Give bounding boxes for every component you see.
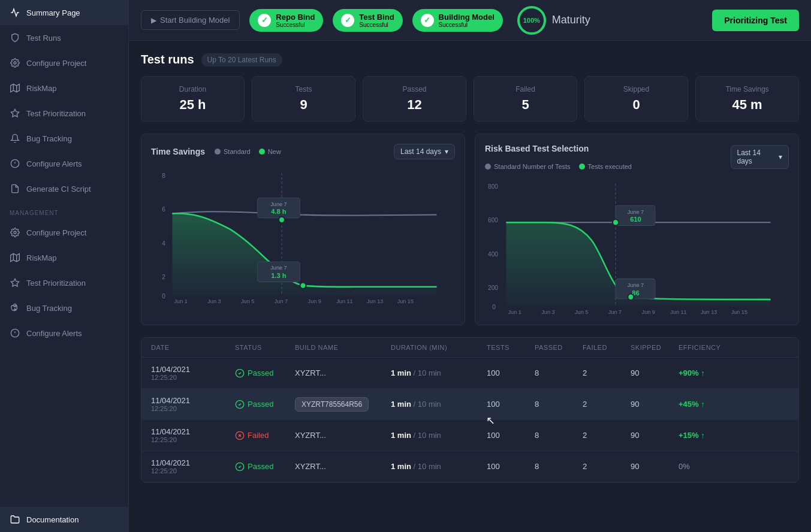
sidebar-label: Test Prioritization <box>26 279 86 288</box>
table-header: Date Status Build Name Duration (min) Te… <box>141 338 798 358</box>
bell-icon <box>10 133 20 144</box>
svg-text:Jun 15: Jun 15 <box>397 298 414 304</box>
sidebar-item-generate-ci[interactable]: Generate CI Script <box>0 176 128 201</box>
chart-legend-time: Standard New <box>215 148 281 155</box>
svg-text:June 7: June 7 <box>270 265 287 271</box>
file-icon <box>10 183 20 194</box>
map-icon-m <box>10 252 20 263</box>
table-row[interactable]: 11/04/2021 12:25:20 Failed XYZRT... 1 mi… <box>141 420 798 451</box>
svg-text:Jun 13: Jun 13 <box>701 309 717 315</box>
start-building-button[interactable]: ▶ Start Building Model <box>141 10 240 30</box>
sidebar-item-documentation[interactable]: Documentation <box>0 507 128 532</box>
time-date-select[interactable]: Last 14 days ▾ <box>394 144 455 159</box>
svg-point-8 <box>14 231 16 234</box>
sidebar-item-summary[interactable]: Summary Page <box>0 0 128 25</box>
test-runs-table: Date Status Build Name Duration (min) Te… <box>141 337 799 483</box>
svg-text:Jun 1: Jun 1 <box>508 309 521 315</box>
sidebar-item-bug-tracking[interactable]: Bug Tracking <box>0 126 128 151</box>
sidebar-item-bug-tracking-m[interactable]: Bug Tracking <box>0 295 128 321</box>
table-row[interactable]: 11/04/2021 12:25:20 Passed XYZRT... 1 mi… <box>141 358 798 389</box>
sidebar-item-test-runs[interactable]: Test Runs <box>0 25 128 50</box>
sidebar-item-configure-project-m[interactable]: Configure Project <box>0 220 128 245</box>
content-area: Test runs Up To 20 Latest Runs Duration … <box>129 41 811 532</box>
main-content: ▶ Start Building Model ✓ Repo Bind Succe… <box>129 0 811 532</box>
svg-text:600: 600 <box>488 217 498 223</box>
sidebar-item-riskmap[interactable]: RiskMap <box>0 75 128 101</box>
pipeline-step-repo-bind: ✓ Repo Bind Successful <box>249 9 323 32</box>
stat-time-savings: Time Savings 45 m <box>695 76 799 122</box>
cell-passed-3: 8 <box>535 431 583 440</box>
stat-passed: Passed 12 <box>363 76 466 122</box>
sidebar-item-test-prioritization[interactable]: Test Prioritization <box>0 101 128 126</box>
sidebar-label: Documentation <box>26 515 79 524</box>
maturity-indicator: 100% Maturity <box>517 6 590 35</box>
cell-tests-3: 100 <box>487 431 535 440</box>
prioritize-test-button[interactable]: Prioritizing Test <box>712 10 799 31</box>
shield-icon <box>10 32 20 43</box>
bug-icon <box>10 303 20 313</box>
cell-date-2: 11/04/2021 12:25:20 <box>151 396 235 412</box>
svg-text:Jun 11: Jun 11 <box>670 309 686 315</box>
cell-passed-4: 8 <box>535 462 583 471</box>
col-date: Date <box>151 344 235 351</box>
chart-legend-risk: Standard Number of Tests Tests executed <box>485 163 632 170</box>
legend-standard-time: Standard <box>215 148 251 155</box>
cell-tests-2: 100 <box>487 400 535 409</box>
svg-text:Jun 3: Jun 3 <box>207 298 221 304</box>
svg-text:Jun 7: Jun 7 <box>608 309 622 315</box>
stat-skipped: Skipped 0 <box>584 76 688 122</box>
svg-marker-12 <box>11 279 19 286</box>
sidebar-label: Test Prioritization <box>26 109 86 118</box>
svg-text:4: 4 <box>162 240 165 247</box>
svg-text:Jun 7: Jun 7 <box>275 298 288 304</box>
table-row[interactable]: 11/04/2021 12:25:20 Passed XYZRT... 1 mi… <box>141 451 798 482</box>
svg-text:Jun 9: Jun 9 <box>642 309 655 315</box>
col-passed: Passed <box>535 344 583 351</box>
cell-failed-1: 2 <box>583 368 631 377</box>
stats-row: Duration 25 h Tests 9 Passed 12 Failed 5… <box>141 76 799 122</box>
cell-failed-3: 2 <box>583 431 631 440</box>
cell-tests-1: 100 <box>487 368 535 377</box>
management-section-label: MANAGEMENT <box>0 201 128 220</box>
folder-icon <box>10 514 20 525</box>
svg-text:610: 610 <box>630 216 641 223</box>
cell-failed-2: 2 <box>583 400 631 409</box>
sidebar-label: RiskMap <box>26 84 57 93</box>
col-skipped: Skipped <box>631 344 679 351</box>
risk-date-select[interactable]: Last 14 days ▾ <box>731 145 789 169</box>
chart-line-icon <box>10 7 20 18</box>
sidebar-item-configure-project[interactable]: Configure Project <box>0 50 128 75</box>
table-row[interactable]: 11/04/2021 12:25:20 Passed XYZRT785564R5… <box>141 389 798 420</box>
cell-failed-4: 2 <box>583 462 631 471</box>
svg-text:8: 8 <box>162 173 165 179</box>
sidebar-item-test-prioritization-m[interactable]: Test Prioritization <box>0 270 128 295</box>
cell-status-3: Failed <box>235 431 295 440</box>
legend-new-time: New <box>259 148 281 155</box>
cell-efficiency-3: +15% ↑ <box>679 431 738 440</box>
topbar: ▶ Start Building Model ✓ Repo Bind Succe… <box>129 0 811 41</box>
star-icon-m <box>10 277 20 288</box>
alert-icon-m <box>10 328 20 338</box>
cell-status-1: Passed <box>235 368 295 378</box>
sidebar-item-configure-alerts[interactable]: Configure Alerts <box>0 151 128 176</box>
gear-icon-m <box>10 227 20 238</box>
play-icon: ▶ <box>151 16 156 25</box>
svg-text:Jun 13: Jun 13 <box>367 298 383 304</box>
svg-marker-1 <box>11 84 20 92</box>
svg-text:4.8 h: 4.8 h <box>271 208 286 215</box>
svg-text:Jun 15: Jun 15 <box>731 309 747 315</box>
svg-text:Jun 3: Jun 3 <box>541 309 554 315</box>
sidebar-item-configure-alerts-m[interactable]: Configure Alerts <box>0 321 128 346</box>
legend-dot-standard-n <box>485 164 491 170</box>
cell-status-4: Passed <box>235 462 295 471</box>
cell-efficiency-2: +45% ↑ <box>679 400 738 409</box>
col-efficiency: Efficiency <box>679 344 738 351</box>
cell-build-4: XYZRT... <box>295 462 391 471</box>
svg-point-61 <box>628 294 634 300</box>
col-tests: Tests <box>487 344 535 351</box>
legend-tests-executed: Tests executed <box>579 163 632 170</box>
cell-duration-4: 1 min / 10 min <box>391 462 487 471</box>
sidebar-label: Configure Alerts <box>26 159 82 168</box>
sidebar-item-riskmap-m[interactable]: RiskMap <box>0 245 128 270</box>
legend-standard-number: Standard Number of Tests <box>485 163 571 170</box>
